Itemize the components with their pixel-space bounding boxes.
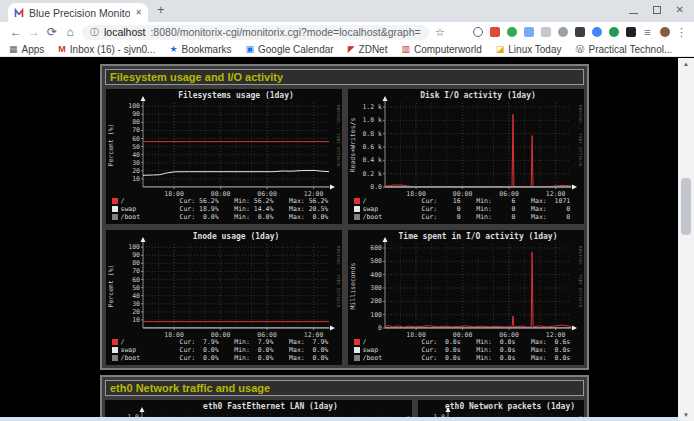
bookmark-item-inbox[interactable]: MInbox (16) - sjvn0... [58, 44, 155, 55]
svg-text:60: 60 [132, 276, 140, 284]
bookmark-star-icon[interactable]: ☆ [435, 26, 445, 39]
site-info-icon[interactable]: ⓘ [90, 26, 99, 39]
section-body: Filesystems usage (1day)Percent (%)18:00… [105, 89, 584, 365]
axis-arrow-right [572, 185, 577, 190]
minimize-button[interactable] [629, 13, 638, 15]
maximize-button[interactable] [653, 6, 661, 14]
legend-row: /bootCur: 0 Min: 0 Max: 0 [354, 213, 582, 221]
mail-extension-icon[interactable] [489, 27, 500, 38]
disk-io-activity-graph[interactable]: Disk I/O activity (1day)Reads+Writes/s18… [348, 89, 584, 224]
tab-strip: Blue Precision Monitorix ✕ + ✕ [0, 0, 694, 22]
section-header-filesystem: Filesystem usage and I/O activity [105, 69, 584, 85]
y-axis-label: Reads+Writes/s [349, 118, 357, 173]
eth0-packets-graph[interactable]: eth0 Network packets (1day)Packets/s1.0R… [418, 400, 584, 417]
blue-circle-extension-icon[interactable] [591, 27, 602, 38]
svg-text:30: 30 [132, 300, 140, 308]
search-extension-icon[interactable] [472, 27, 483, 38]
profile-avatar[interactable] [659, 27, 670, 38]
tab-close-icon[interactable]: ✕ [135, 8, 142, 17]
graph-plot: eth0 Network packets (1day)Packets/s1.0 [418, 400, 584, 417]
svg-text:60: 60 [132, 135, 140, 143]
url-path: :8080/monitorix-cgi/monitorix.cgi?mode=l… [150, 26, 421, 38]
legend-values: Cur: 18.9% Min: 14.4% Max: 20.5% [180, 205, 329, 213]
svg-text:400: 400 [370, 271, 382, 279]
legend-series-name: /boot [363, 354, 419, 362]
graph-title: Inode usage (1day) [192, 232, 279, 241]
legend-row: swapCur: 0.0s Min: 0.0s Max: 0.0s [354, 346, 582, 354]
svg-text:10: 10 [132, 175, 140, 183]
legend-row: /Cur: 7.9% Min: 7.9% Max: 7.9% [112, 338, 340, 346]
time-in-io-graph[interactable]: Time spent in I/O activity (1day)Millise… [348, 230, 584, 365]
section-filesystem: Filesystem usage and I/O activity Filesy… [100, 64, 589, 370]
legend-color-swatch [354, 198, 360, 204]
copies-extension-icon[interactable] [523, 27, 534, 38]
legend-series-name: swap [363, 205, 419, 213]
eth0-traffic-graph[interactable]: eth0 FastEthernet LAN (1day)1.00.9RRDTOO… [105, 400, 412, 417]
axis-arrow-up [140, 96, 145, 101]
reload-icon[interactable]: ⟳ [43, 25, 61, 39]
menu-dots-icon[interactable]: ⋮ [676, 27, 687, 38]
axis-arrow-up [382, 96, 387, 101]
legend-row: swapCur: 18.9% Min: 14.4% Max: 20.5% [112, 205, 340, 213]
inode-usage-graph[interactable]: Inode usage (1day)Percent (%)18:0000:000… [106, 230, 342, 365]
page-extension-icon[interactable] [540, 27, 551, 38]
new-tab-button[interactable]: + [157, 2, 165, 17]
bookmark-item-computerworld[interactable]: ▥Computerworld [401, 44, 481, 55]
rrdtool-watermark: RRDTOOL / TOBI OETIKER [578, 105, 583, 167]
legend-series-name: /boot [363, 213, 419, 221]
gmail-icon: M [58, 45, 66, 54]
home-icon[interactable]: ⌂ [61, 25, 79, 39]
browser-tab[interactable]: Blue Precision Monitorix ✕ [8, 3, 148, 22]
calendar-icon: ▣ [246, 45, 255, 54]
legend-series-name: / [121, 197, 177, 205]
graph-legend: /Cur: 16 Min: 6 Max: 1071swapCur: 0 Min:… [354, 197, 582, 221]
bookmark-item-practical-technology[interactable]: ⓌPractical Technol... [576, 44, 673, 55]
pin-extension-icon[interactable] [625, 27, 636, 38]
legend-row: /Cur: 0.0s Min: 0.0s Max: 0.6s [354, 338, 582, 346]
bookmark-item-zdnet[interactable]: ◤ZDNet [348, 44, 388, 55]
scrollbar-thumb[interactable] [681, 178, 691, 235]
bookmark-item-linux-today[interactable]: ◪Linux Today [496, 44, 562, 55]
axis-arrow-up [140, 237, 145, 242]
bookmark-label: Computerworld [414, 44, 482, 55]
bookmark-label: Practical Technol... [589, 44, 673, 55]
forward-icon[interactable]: → [25, 25, 43, 39]
globe-extension-icon[interactable] [506, 27, 517, 38]
page-scrollbar[interactable]: ▲ ▼ [678, 58, 694, 421]
close-button[interactable]: ✕ [676, 5, 684, 15]
dark-square-extension-icon[interactable] [574, 27, 585, 38]
svg-text:0.4 k: 0.4 k [362, 156, 382, 164]
bookmark-label: Linux Today [508, 44, 561, 55]
rrdtool-watermark: RRDTOOL / TOBI OETIKER [336, 105, 341, 167]
legend-values: Cur: 0.0s Min: 0.0s Max: 0.0s [422, 354, 571, 362]
legend-values: Cur: 7.9% Min: 7.9% Max: 7.9% [180, 338, 329, 346]
playlist-extension-icon[interactable]: ≡ [642, 27, 653, 38]
graph-title: eth0 FastEthernet LAN (1day) [203, 402, 338, 411]
bookmark-item-apps[interactable]: ▦Apps [9, 44, 44, 55]
address-bar[interactable]: ⓘ localhost:8080/monitorix-cgi/monitorix… [82, 25, 429, 40]
filesystems-usage-graph[interactable]: Filesystems usage (1day)Percent (%)18:00… [106, 89, 342, 224]
graph-plot: eth0 FastEthernet LAN (1day)1.00.9 [105, 400, 412, 417]
scrollbar-up-icon[interactable]: ▲ [678, 58, 694, 70]
bookmark-item-google-calendar[interactable]: ▣Google Calendar [246, 44, 334, 55]
tab-title: Blue Precision Monitorix [29, 7, 130, 19]
graph-title: Filesystems usage (1day) [178, 90, 294, 100]
speaker-extension-icon[interactable] [557, 27, 568, 38]
svg-text:300: 300 [370, 284, 382, 292]
scrollbar-down-icon[interactable]: ▼ [678, 409, 694, 421]
back-icon[interactable]: ← [7, 25, 25, 39]
svg-text:0: 0 [378, 324, 382, 332]
svg-text:1.2 k: 1.2 k [362, 103, 382, 111]
y-axis-label: Percent (%) [107, 123, 115, 166]
svg-text:20: 20 [132, 308, 140, 316]
bookmark-label: Bookmarks [181, 44, 231, 55]
legend-values: Cur: 0.0s Min: 0.0s Max: 0.6s [422, 338, 571, 346]
svg-text:40: 40 [132, 151, 140, 159]
section-title: Filesystem usage and I/O activity [110, 71, 283, 83]
legend-series-name: swap [363, 346, 419, 354]
graph-legend: /Cur: 7.9% Min: 7.9% Max: 7.9%swapCur: 0… [112, 338, 340, 362]
bookmark-item-bookmarks[interactable]: ★Bookmarks [169, 44, 231, 55]
zdnet-icon: ◤ [348, 45, 355, 54]
green-circle-extension-icon[interactable] [608, 27, 619, 38]
section-header-network: eth0 Network traffic and usage [105, 380, 584, 396]
